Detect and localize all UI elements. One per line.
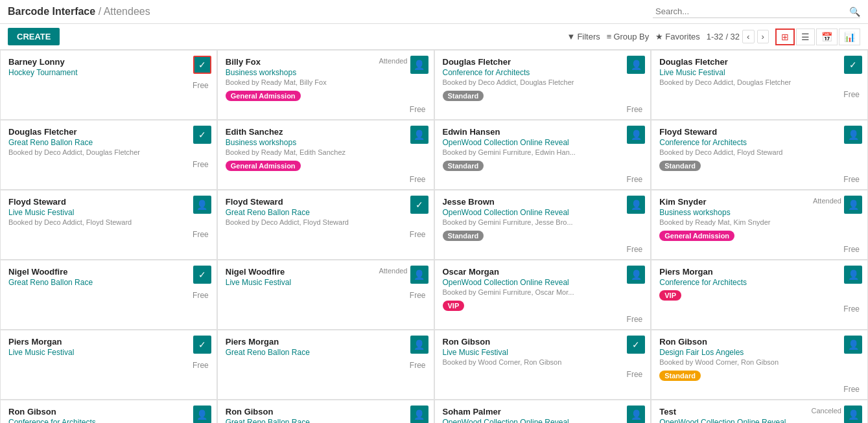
card-item[interactable]: 👤 Soham Palmer OpenWood Collection Onlin… xyxy=(434,400,651,423)
card-item[interactable]: 👤 Edwin Hansen OpenWood Collection Onlin… xyxy=(434,120,651,190)
card-price: Free xyxy=(843,175,860,184)
card-item[interactable]: ✓ Douglas Fletcher Great Reno Ballon Rac… xyxy=(0,120,217,190)
card-booked: Booked by Gemini Furniture, Jesse Bro... xyxy=(443,218,643,226)
card-item[interactable]: Attended 👤 Nigel Woodfire Live Music Fes… xyxy=(217,260,434,330)
card-footer: Free xyxy=(659,385,860,394)
badge: Standard xyxy=(659,161,701,171)
card-name: Nigel Woodfire xyxy=(8,267,209,277)
card-footer: Free xyxy=(443,370,643,379)
card-item[interactable]: 👤 Jesse Brown OpenWood Collection Online… xyxy=(434,190,651,260)
card-status: Attended xyxy=(379,267,407,275)
toolbar-right: ▼ Filters ≡ Group By ★ Favorites 1-32 / … xyxy=(567,29,860,45)
pager-next[interactable]: › xyxy=(757,30,769,43)
card-action-check[interactable]: ✓ xyxy=(193,126,211,144)
filters-button[interactable]: ▼ Filters xyxy=(567,32,600,41)
card-item[interactable]: ✓ Douglas Fletcher Live Music Festival B… xyxy=(651,50,868,120)
card-price: Free xyxy=(843,90,860,99)
favorites-button[interactable]: ★ Favorites xyxy=(655,32,699,41)
card-item[interactable]: 👤 Douglas Fletcher Conference for Archit… xyxy=(434,50,651,120)
card-action-person[interactable]: 👤 xyxy=(627,266,645,284)
pager-prev[interactable]: ‹ xyxy=(742,30,754,43)
card-event: Conference for Architects xyxy=(659,138,860,147)
card-booked: Booked by Ready Mat, Billy Fox xyxy=(226,78,426,86)
card-item[interactable]: 👤 Oscar Morgan OpenWood Collection Onlin… xyxy=(434,260,651,330)
view-buttons: ⊞ ☰ 📅 📊 xyxy=(775,29,860,45)
card-booked: Booked by Gemini Furniture, Oscar Mor... xyxy=(443,288,643,296)
card-booked: Booked by Deco Addict, Floyd Steward xyxy=(659,148,860,156)
card-item[interactable]: 👤 Edith Sanchez Business workshops Booke… xyxy=(217,120,434,190)
card-action-person[interactable]: 👤 xyxy=(844,336,862,354)
card-action-check[interactable]: ✓ xyxy=(193,266,211,284)
badge: Standard xyxy=(443,161,484,171)
card-item[interactable]: 👤 Piers Morgan Great Reno Ballon Race Fr… xyxy=(217,330,434,400)
groupby-label: Group By xyxy=(613,32,649,41)
card-action-person[interactable]: 👤 xyxy=(627,56,645,74)
card-event: Business workshops xyxy=(226,68,426,77)
card-booked: Booked by Deco Addict, Floyd Steward xyxy=(8,218,209,226)
card-action-check[interactable]: ✓ xyxy=(193,336,211,354)
card-action-person[interactable]: 👤 xyxy=(410,336,428,354)
card-action-check[interactable]: ✓ xyxy=(627,336,645,354)
card-booked: Booked by Deco Addict, Douglas Fletcher xyxy=(8,148,209,156)
card-action-person[interactable]: 👤 xyxy=(844,406,862,423)
card-action-person[interactable]: 👤 xyxy=(193,406,211,423)
card-price: Free xyxy=(193,160,209,169)
pager-text: 1-32 / 32 xyxy=(707,32,740,41)
view-grid-button[interactable]: ⊞ xyxy=(775,29,795,45)
view-chart-button[interactable]: 📊 xyxy=(839,29,860,45)
card-price: Free xyxy=(410,361,426,370)
card-action-person[interactable]: 👤 xyxy=(410,126,428,144)
card-name: Floyd Steward xyxy=(226,197,426,207)
card-item[interactable]: 👤 Ron Gibson Design Fair Los Angeles Boo… xyxy=(651,330,868,400)
card-item[interactable]: 👤 Floyd Steward Live Music Festival Book… xyxy=(0,190,217,260)
card-footer: Free xyxy=(443,245,643,254)
card-action-person[interactable]: 👤 xyxy=(627,196,645,214)
card-action-person[interactable]: 👤 xyxy=(844,196,862,214)
card-item[interactable]: 👤 Ron Gibson Conference for Architects xyxy=(0,400,217,423)
badge: Standard xyxy=(443,91,484,101)
card-name: Floyd Steward xyxy=(8,197,209,207)
groupby-button[interactable]: ≡ Group By xyxy=(607,32,650,41)
card-item[interactable]: ✓ Ron Gibson Live Music Festival Booked … xyxy=(434,330,651,400)
search-input[interactable] xyxy=(653,5,849,17)
card-action-person[interactable]: 👤 xyxy=(627,126,645,144)
card-action-person[interactable]: 👤 xyxy=(410,266,428,284)
card-booked: Booked by Gemini Furniture, Edwin Han... xyxy=(443,148,643,156)
card-action-person[interactable]: 👤 xyxy=(410,56,428,74)
card-event: Business workshops xyxy=(659,208,860,217)
section-name: Attendees xyxy=(104,6,150,17)
create-button[interactable]: CREATE xyxy=(8,28,60,45)
card-event: Conference for Architects xyxy=(659,278,860,287)
card-footer: Free xyxy=(443,315,643,324)
card-action-person[interactable]: 👤 xyxy=(193,196,211,214)
card-item[interactable]: ✓ Nigel Woodfire Great Reno Ballon Race … xyxy=(0,260,217,330)
card-item[interactable]: Attended 👤 Billy Fox Business workshops … xyxy=(217,50,434,120)
badge: General Admission xyxy=(659,231,734,241)
card-action-person[interactable]: 👤 xyxy=(410,406,428,423)
badge: Standard xyxy=(659,371,701,381)
card-action-check[interactable]: ✓ xyxy=(193,56,211,74)
badge: Standard xyxy=(443,231,484,241)
card-action-person[interactable]: 👤 xyxy=(844,126,862,144)
card-action-check[interactable]: ✓ xyxy=(410,196,428,214)
card-status: Attended xyxy=(813,197,841,205)
card-item[interactable]: Canceled 👤 Test OpenWood Collection Onli… xyxy=(651,400,868,423)
card-name: Ron Gibson xyxy=(226,407,426,417)
card-item[interactable]: 👤 Piers Morgan Conference for Architects… xyxy=(651,260,868,330)
card-footer: Free xyxy=(659,304,860,314)
card-item[interactable]: ✓ Barney Lonny Hockey Tournament Free xyxy=(0,50,217,120)
view-list-button[interactable]: ☰ xyxy=(796,29,815,45)
card-item[interactable]: ✓ Floyd Steward Great Reno Ballon Race B… xyxy=(217,190,434,260)
card-item[interactable]: Attended 👤 Kim Snyder Business workshops… xyxy=(651,190,868,260)
filter-icon: ▼ xyxy=(567,32,576,41)
card-action-check[interactable]: ✓ xyxy=(844,56,862,74)
pager: 1-32 / 32 ‹ › xyxy=(707,30,769,43)
view-calendar-button[interactable]: 📅 xyxy=(816,29,838,45)
card-item[interactable]: ✓ Piers Morgan Live Music Festival Free xyxy=(0,330,217,400)
card-action-person[interactable]: 👤 xyxy=(844,266,862,284)
search-bar[interactable]: 🔍 xyxy=(653,5,860,18)
card-item[interactable]: 👤 Ron Gibson Great Reno Ballon Race xyxy=(217,400,434,423)
card-action-person[interactable]: 👤 xyxy=(627,406,645,423)
card-item[interactable]: 👤 Floyd Steward Conference for Architect… xyxy=(651,120,868,190)
card-name: Soham Palmer xyxy=(443,407,643,417)
